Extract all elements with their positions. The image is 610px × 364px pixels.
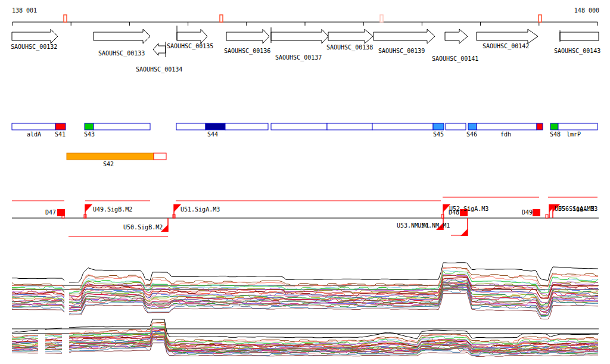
terminator-marker[interactable] xyxy=(533,209,540,216)
expression-trace xyxy=(69,271,598,293)
segment-bar[interactable] xyxy=(206,123,225,130)
expression-trace xyxy=(12,330,38,332)
coordinate-ruler xyxy=(13,15,597,26)
ruler-marker[interactable] xyxy=(539,15,541,22)
segment-bar[interactable] xyxy=(94,123,150,130)
gene-arrow[interactable] xyxy=(374,29,435,43)
tss-flag-icon[interactable] xyxy=(553,204,560,212)
segment-bar[interactable] xyxy=(327,123,372,130)
expression-trace xyxy=(12,290,64,292)
segment-bar[interactable] xyxy=(12,123,55,130)
tracks-canvas xyxy=(0,0,610,364)
terminator-marker[interactable] xyxy=(460,209,468,216)
segment-bar[interactable] xyxy=(85,123,94,130)
gene-arrow-track xyxy=(12,26,599,57)
ruler-marker[interactable] xyxy=(220,15,223,22)
gene-arrow[interactable] xyxy=(226,29,269,43)
tss-flag-icon-reverse[interactable] xyxy=(161,225,168,232)
tss-flag-icon[interactable] xyxy=(85,204,92,212)
segment-bar[interactable] xyxy=(271,123,327,130)
segment-bar[interactable] xyxy=(477,123,537,130)
gene-arrow[interactable] xyxy=(12,29,58,43)
tss-terminator-track xyxy=(12,197,599,237)
segment-bar[interactable] xyxy=(176,123,206,130)
expression-panels xyxy=(12,263,599,357)
tss-flag-icon[interactable] xyxy=(443,204,450,212)
gene-arrow[interactable] xyxy=(153,43,166,55)
gene-arrow[interactable] xyxy=(328,29,373,43)
gene-arrow[interactable] xyxy=(560,32,599,41)
tss-flag-icon[interactable] xyxy=(174,204,181,212)
segment-bar[interactable] xyxy=(537,123,543,130)
expression-trace xyxy=(45,351,62,353)
terminator-marker[interactable] xyxy=(57,209,65,216)
segment-bar[interactable] xyxy=(433,123,444,130)
gene-arrow[interactable] xyxy=(94,29,150,43)
s42-orange-bar[interactable] xyxy=(67,153,154,160)
segment-bar[interactable] xyxy=(468,123,477,130)
baseline-tick xyxy=(546,214,548,218)
segment-bar[interactable] xyxy=(372,123,433,130)
expression-trace xyxy=(12,353,38,353)
segment-bar[interactable] xyxy=(550,123,558,130)
tss-flag-icon-reverse[interactable] xyxy=(460,229,468,236)
expression-trace xyxy=(12,309,64,312)
segment-track xyxy=(12,123,597,160)
ruler-marker[interactable] xyxy=(380,15,383,22)
expression-trace xyxy=(69,263,598,282)
segment-bar[interactable] xyxy=(558,123,597,130)
s42-open-bar[interactable] xyxy=(154,153,166,160)
segment-bar[interactable] xyxy=(446,123,466,130)
gene-arrow[interactable] xyxy=(445,29,468,43)
gene-arrow[interactable] xyxy=(177,29,207,43)
ruler-marker[interactable] xyxy=(64,15,67,22)
segment-bar[interactable] xyxy=(225,123,268,130)
gene-arrow[interactable] xyxy=(477,29,538,43)
genome-browser-view: 138 001 148 000 SAOUHSC_00132SAOUHSC_001… xyxy=(0,0,610,364)
gene-arrow[interactable] xyxy=(271,29,328,43)
tss-flag-icon-reverse[interactable] xyxy=(436,223,443,230)
expression-trace xyxy=(12,278,64,281)
segment-bar[interactable] xyxy=(55,123,66,130)
